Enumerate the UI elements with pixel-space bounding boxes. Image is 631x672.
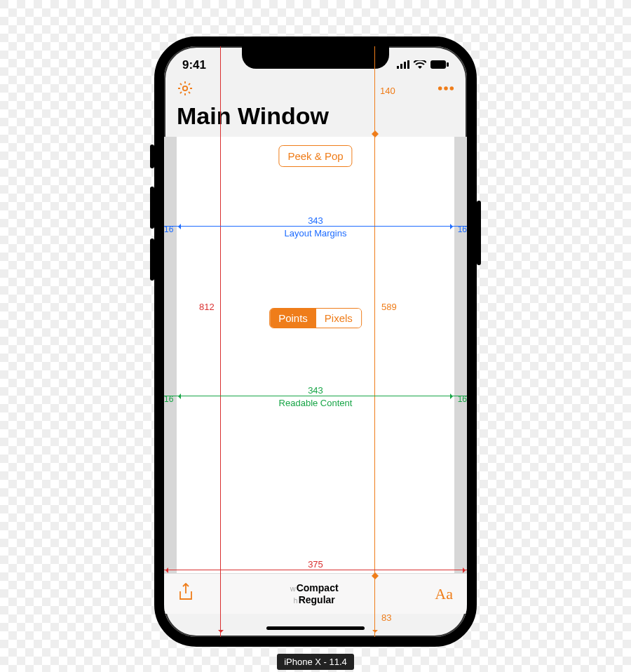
screen-width-value: 375: [164, 559, 467, 570]
screen-height-guide: [220, 46, 221, 637]
screen: 140 812 589 83 9:41: [164, 46, 467, 637]
layout-margins-right: 16: [458, 224, 467, 234]
layout-margins-width: 343: [164, 215, 467, 226]
readable-content-width: 343: [164, 385, 467, 396]
svg-point-6: [183, 86, 187, 90]
layout-margins-label: Layout Margins: [164, 228, 467, 238]
segment-points[interactable]: Points: [270, 309, 316, 328]
battery-icon: [430, 58, 449, 72]
svg-point-7: [438, 86, 442, 90]
safearea-bottom-cap: [372, 570, 379, 576]
size-class-h-prefix: h: [294, 596, 298, 605]
svg-rect-3: [407, 60, 409, 69]
cellular-icon: [397, 58, 409, 72]
size-class-w-value: Compact: [297, 582, 339, 593]
gear-icon[interactable]: [177, 80, 194, 97]
device-volume-down: [150, 238, 154, 281]
svg-rect-2: [404, 62, 406, 69]
layout-margins-left: 16: [164, 224, 173, 234]
toolbar: wCompact hRegular Aa: [164, 573, 467, 614]
safearea-bottom-value: 83: [381, 612, 391, 623]
device-mute-switch: [150, 145, 154, 168]
screen-height-value: 812: [199, 302, 215, 312]
svg-point-9: [450, 86, 454, 90]
share-icon[interactable]: [178, 583, 194, 605]
safearea-top-cap: [372, 134, 379, 140]
svg-point-8: [444, 86, 448, 90]
status-right: [397, 58, 449, 72]
readable-content-right: 16: [458, 394, 467, 404]
more-icon[interactable]: [437, 80, 454, 97]
svg-rect-4: [430, 60, 446, 69]
size-class-display: wCompact hRegular: [290, 582, 339, 606]
readable-content-label: Readable Content: [164, 398, 467, 408]
device-volume-up: [150, 187, 154, 229]
readable-content-row: 343 16 16 Readable Content: [164, 398, 467, 408]
layout-margins-row: 343 16 16 Layout Margins: [164, 228, 467, 238]
nav-bar: [164, 74, 467, 102]
page-title: Main Window: [164, 102, 467, 137]
device-side-button: [477, 201, 481, 265]
svg-rect-0: [397, 66, 399, 69]
units-segmented-control[interactable]: Points Pixels: [269, 308, 362, 328]
readable-content-left: 16: [164, 394, 173, 404]
layout-canvas: Peek & Pop 343 16 16 Layout Margins Poin…: [164, 137, 467, 573]
status-time: 9:41: [182, 58, 206, 72]
size-class-w-prefix: w: [290, 584, 296, 593]
peek-pop-button[interactable]: Peek & Pop: [278, 145, 352, 167]
safearea-top-value: 140: [380, 86, 395, 96]
size-class-h-value: Regular: [299, 594, 335, 605]
device-frame: 140 812 589 83 9:41: [154, 36, 477, 647]
svg-rect-5: [447, 62, 449, 67]
segment-pixels[interactable]: Pixels: [316, 309, 361, 328]
text-size-icon[interactable]: Aa: [435, 585, 453, 603]
home-indicator[interactable]: [266, 626, 365, 630]
svg-rect-1: [400, 64, 402, 69]
wifi-icon: [414, 58, 426, 72]
device-caption: iPhone X - 11.4: [277, 654, 354, 670]
safearea-height-value: 589: [381, 302, 397, 312]
status-bar: 9:41: [164, 46, 467, 74]
